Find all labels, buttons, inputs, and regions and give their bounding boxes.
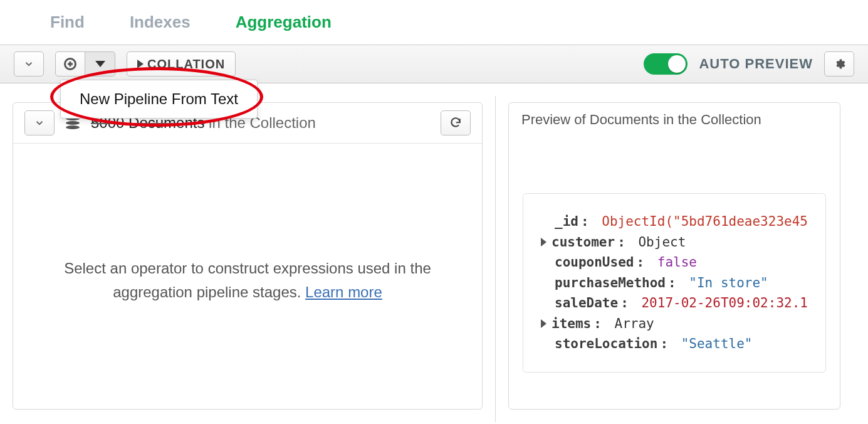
auto-preview-toggle[interactable]: [644, 53, 688, 75]
doc-row-couponused: couponUsed: false: [541, 252, 814, 273]
tab-bar: Find Indexes Aggregation: [0, 0, 868, 45]
triangle-right-icon: [541, 238, 546, 246]
tab-aggregation[interactable]: Aggregation: [236, 13, 332, 32]
preview-header: Preview of Documents in the Collection: [509, 103, 840, 137]
menu-new-pipeline-from-text[interactable]: New Pipeline From Text: [80, 90, 238, 108]
stage-panel: 5000 Documents in the Collection Select …: [13, 102, 483, 410]
auto-preview-label: AUTO PREVIEW: [699, 56, 813, 72]
new-pipeline-dropdown: New Pipeline From Text: [60, 80, 258, 119]
gear-icon: [833, 58, 845, 70]
refresh-button[interactable]: [441, 110, 471, 135]
add-stage-dropdown-button[interactable]: [85, 51, 115, 77]
doc-row-storelocation: storeLocation: "Seattle": [541, 334, 814, 354]
preview-document: _id: ObjectId("5bd761deae323e45 customer…: [523, 193, 826, 373]
tab-find[interactable]: Find: [50, 13, 85, 32]
tab-indexes[interactable]: Indexes: [130, 13, 191, 32]
settings-button[interactable]: [824, 51, 854, 77]
doc-row-customer[interactable]: customer: Object: [541, 232, 814, 253]
hint-text-line1: Select an operator to construct expressi…: [38, 257, 457, 280]
column-divider: [495, 96, 496, 422]
caret-down-icon: [95, 61, 105, 67]
toolbar-expand-button[interactable]: [14, 51, 44, 77]
refresh-icon: [449, 117, 462, 129]
add-stage-button[interactable]: [55, 51, 85, 77]
triangle-right-icon: [541, 319, 546, 328]
main-area: 5000 Documents in the Collection Select …: [0, 83, 868, 422]
database-icon: [66, 117, 80, 129]
toolbar: COLLATION AUTO PREVIEW New Pipeline From…: [0, 45, 868, 83]
doc-row-id: _id: ObjectId("5bd761deae323e45: [541, 211, 814, 232]
toggle-knob: [668, 55, 686, 73]
learn-more-link[interactable]: Learn more: [305, 284, 382, 300]
chevron-down-icon: [23, 58, 34, 70]
stage-hint: Select an operator to construct expressi…: [13, 219, 482, 342]
preview-panel: Preview of Documents in the Collection _…: [508, 102, 840, 410]
triangle-right-icon: [137, 60, 144, 68]
doc-row-saledate: saleDate: 2017-02-26T09:02:32.1: [541, 293, 814, 314]
collation-label: COLLATION: [147, 57, 225, 72]
doc-row-purchasemethod: purchaseMethod: "In store": [541, 273, 814, 294]
collation-button[interactable]: COLLATION: [127, 51, 236, 77]
stage-collapse-button[interactable]: [24, 110, 55, 135]
plus-icon: [64, 58, 76, 70]
chevron-down-icon: [34, 117, 45, 129]
doc-row-items[interactable]: items: Array: [541, 314, 814, 334]
hint-text-line2: aggregation pipeline stages.: [113, 284, 305, 300]
